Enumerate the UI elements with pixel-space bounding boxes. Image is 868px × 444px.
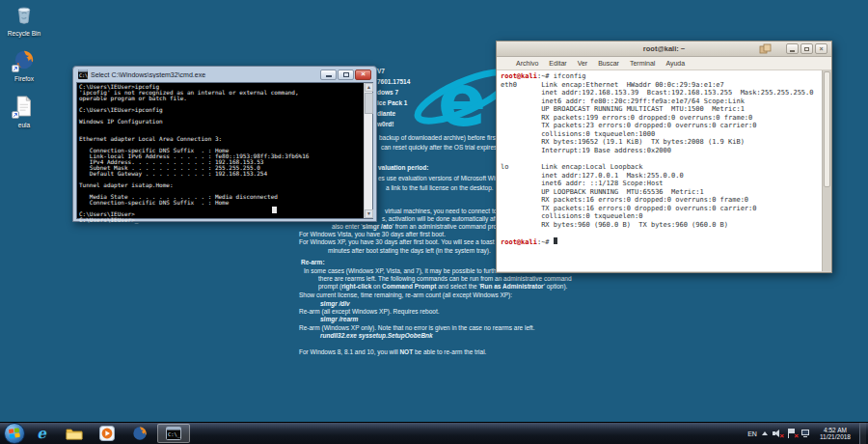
- scroll-up-button[interactable]: ▲: [365, 83, 373, 92]
- terminal-line: [501, 154, 821, 163]
- cmd-scrollbar[interactable]: ▲ ▼: [364, 83, 372, 218]
- scroll-down-button[interactable]: ▼: [365, 209, 373, 218]
- kali-scrollbar[interactable]: [822, 70, 831, 271]
- wallpaper-text-line: V7: [377, 68, 385, 74]
- minimize-button[interactable]: [320, 69, 337, 80]
- menu-item-ayuda[interactable]: Ayuda: [665, 60, 685, 67]
- taskbar-internet-explorer[interactable]: e: [25, 423, 58, 444]
- wallpaper-text-line: rundll32.exe syssetup.SetupOobeBnk: [320, 332, 433, 339]
- wallpaper-text-line: For Windows XP, you have 30 days after f…: [299, 238, 508, 245]
- selection-block: [272, 207, 277, 213]
- svg-text:C:\_: C:\_: [168, 431, 181, 438]
- wallpaper-text-line: Re-arm:: [301, 259, 325, 265]
- terminal-line: RX packets:16 errors:0 dropped:0 overrun…: [501, 196, 821, 205]
- kali-titlebar[interactable]: root@kali: ~ ×: [497, 42, 831, 57]
- terminal-line: Interrupt:19 Base address:0x2000: [501, 147, 821, 155]
- kali-window-title: root@kali: ~: [643, 44, 685, 53]
- menu-item-terminal[interactable]: Terminal: [630, 60, 655, 67]
- wallpaper-text-line: virtual machines, you need to connect to…: [385, 208, 511, 214]
- wallpaper-text-line: Re-arm (all except Windows XP). Requires…: [299, 308, 440, 315]
- maximize-button[interactable]: [800, 43, 813, 54]
- windows-flag-icon: [9, 428, 20, 439]
- desktop-icon-recycle-bin[interactable]: Recycle Bin: [2, 4, 46, 37]
- wallpaper-text-line: dows 7: [377, 89, 398, 96]
- terminal-line: inet6 addr: ::1/128 Scope:Host: [501, 180, 821, 188]
- internet-explorer-icon: e: [37, 427, 46, 441]
- menu-item-ver[interactable]: Ver: [578, 60, 588, 67]
- clock-time: 4:52 AM: [820, 427, 851, 434]
- network-icon[interactable]: [801, 429, 811, 438]
- menu-item-editar[interactable]: Editar: [549, 60, 566, 67]
- shortcut-arrow-icon: [12, 111, 19, 119]
- terminal-line: root@kali:~#: [501, 237, 821, 246]
- cmd-titlebar[interactable]: C:\ Select C:\Windows\system32\cmd.exe ×: [76, 67, 373, 82]
- terminal-line: inet addr:127.0.0.1 Mask:255.0.0.0: [501, 172, 821, 180]
- taskbar-windows-explorer[interactable]: [58, 423, 91, 444]
- clock-date: 11/21/2018: [820, 433, 851, 441]
- terminal-line: inet6 addr: fe80::20c:29ff:fe9a:e1e7/64 …: [501, 97, 821, 106]
- terminal-line: eth0 Link encap:Ethernet HWaddr 00:0c:29…: [501, 81, 821, 90]
- wallpaper-text-line: a link to the full license on the deskto…: [386, 184, 494, 191]
- terminal-line: TX packets:16 errors:0 dropped:0 overrun…: [501, 205, 821, 213]
- scroll-thumb[interactable]: [824, 71, 830, 187]
- volume-muted-icon[interactable]: ×: [773, 429, 782, 438]
- wallpaper-text-line: slmgr /dlv: [320, 300, 350, 307]
- wallpaper-text-line: ice Pack 1: [377, 99, 407, 106]
- start-button[interactable]: [4, 423, 25, 444]
- wallpaper-text-line: can reset quickly after the OS trial exp…: [381, 144, 499, 151]
- close-button[interactable]: ×: [355, 69, 371, 80]
- cmd-window-title: Select C:\Windows\system32\cmd.exe: [91, 71, 320, 78]
- scroll-thumb[interactable]: [365, 93, 373, 114]
- wallpaper-text-line: slmgr /rearm: [320, 316, 358, 322]
- desktop-icon-eula[interactable]: eula: [2, 96, 46, 128]
- cmd-icon: C:\_: [166, 427, 181, 440]
- wallpaper-text-line: s, activation will be done automatically…: [382, 215, 507, 222]
- maximize-button[interactable]: [338, 69, 354, 80]
- system-tray: EN × × 4:52 AM 11/21/2018: [747, 423, 868, 444]
- cmd-console[interactable]: C:\Users\IEUser>ipcofig 'ipcofig' is not…: [76, 82, 373, 219]
- cmd-icon: C:\: [78, 69, 88, 79]
- wallpaper-text-line: 7601.17514: [377, 78, 410, 85]
- wallpaper-text-line: In some cases (Windows XP, Vista, and 7)…: [304, 267, 515, 274]
- show-hidden-icons-caret[interactable]: [762, 431, 768, 435]
- wallpaper-text-line: w0rd!: [377, 121, 393, 127]
- terminal-line: root@kali:~# ifconfig: [501, 72, 821, 81]
- desktop-icon-firefox[interactable]: Firefox: [2, 49, 46, 82]
- taskbar-clock[interactable]: 4:52 AM 11/21/2018: [816, 427, 854, 441]
- terminal-line: inet addr:192.168.153.39 Bcast:192.168.1…: [501, 89, 821, 97]
- taskbar-firefox[interactable]: [123, 423, 156, 444]
- wallpaper-text-line: backup of downloaded archive) before fir…: [379, 134, 502, 141]
- media-player-icon: [99, 426, 115, 441]
- terminal-line: RX bytes:19652 (19.1 KiB) TX bytes:2008 …: [501, 138, 821, 147]
- action-center-alert-icon[interactable]: ×: [787, 429, 797, 438]
- terminal-line: RX bytes:960 (960.0 B) TX bytes:960 (960…: [501, 221, 821, 230]
- taskbar-cmd-active[interactable]: C:\_: [157, 424, 190, 443]
- terminal-line: RX packets:199 errors:0 dropped:0 overru…: [501, 114, 821, 123]
- desktop-icon-label: Firefox: [2, 75, 46, 82]
- wallpaper-text-line: Show current license, time remaining, re…: [299, 291, 512, 298]
- wallpaper-text-line: prompt (right-click on Command Prompt an…: [318, 283, 567, 290]
- wallpaper-text-line: there are rearms left. The following com…: [318, 275, 572, 282]
- terminal-line: collisions:0 txqueuelen:1000: [501, 130, 821, 139]
- cmd-console-text: C:\Users\IEUser>ipcofig 'ipcofig' is not…: [77, 83, 372, 224]
- kali-terminal[interactable]: root@kali:~# ifconfigeth0 Link encap:Eth…: [497, 70, 831, 271]
- firefox-icon: [132, 426, 148, 441]
- kali-menubar: ArchivoEditarVerBuscarTerminalAyuda: [497, 57, 831, 70]
- cmd-window: C:\ Select C:\Windows\system32\cmd.exe ×…: [72, 66, 377, 222]
- taskbar-media-player[interactable]: [91, 423, 123, 444]
- kali-terminal-text: root@kali:~# ifconfigeth0 Link encap:Eth…: [501, 72, 821, 271]
- menu-item-archivo[interactable]: Archivo: [516, 60, 538, 67]
- package-icon: [759, 43, 772, 55]
- show-desktop-button[interactable]: [859, 423, 866, 444]
- wallpaper-text-line: diante: [377, 110, 395, 117]
- menu-item-buscar[interactable]: Buscar: [598, 60, 619, 67]
- terminal-line: collisions:0 txqueuelen:0: [501, 212, 821, 221]
- wallpaper-text-line: valuation period:: [378, 164, 428, 171]
- close-button[interactable]: ×: [815, 43, 827, 54]
- minimize-button[interactable]: [786, 43, 799, 54]
- svg-text:C:\: C:\: [79, 72, 88, 78]
- language-indicator[interactable]: EN: [747, 430, 757, 437]
- desktop-icon-label: Recycle Bin: [2, 30, 46, 37]
- recycle-bin-icon: [14, 4, 35, 25]
- wallpaper-text-line: es use evaluation versions of Microsoft …: [378, 175, 505, 181]
